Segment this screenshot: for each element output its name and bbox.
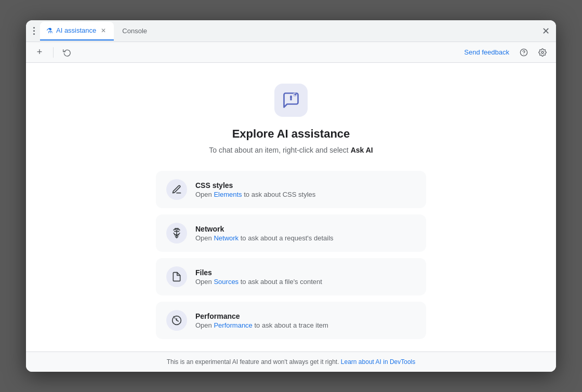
title-bar: ⚗ AI assistance ✕ Console ✕ <box>26 20 556 42</box>
history-button[interactable] <box>60 45 74 60</box>
settings-button[interactable] <box>535 45 550 60</box>
css-desc-prefix: Open <box>195 191 214 198</box>
feature-card-files[interactable]: Files Open Sources to ask about a file's… <box>156 258 426 295</box>
explore-subtitle: To chat about an item, right-click and s… <box>209 146 373 154</box>
footer-learn-link[interactable]: Learn about AI in DevTools <box>341 358 415 366</box>
svg-line-9 <box>177 320 178 321</box>
ai-icon-container <box>274 84 308 117</box>
tab-ai-assistance[interactable]: ⚗ AI assistance ✕ <box>40 22 114 40</box>
help-button[interactable] <box>517 45 531 60</box>
files-title: Files <box>195 268 416 277</box>
performance-content: Performance Open Performance to ask abou… <box>195 312 416 329</box>
subtitle-highlight: Ask AI <box>351 146 373 154</box>
tab-console-label: Console <box>122 27 147 35</box>
toolbar-divider-1 <box>53 47 54 58</box>
css-desc-suffix: to ask about CSS styles <box>242 191 316 198</box>
three-dot-menu[interactable] <box>30 23 38 39</box>
footer-text: This is an experimental AI feature and w… <box>167 358 341 366</box>
perf-desc-prefix: Open <box>195 321 214 329</box>
files-icon <box>166 266 187 287</box>
css-styles-icon <box>166 179 187 200</box>
tab-console[interactable]: Console <box>116 22 153 40</box>
perf-desc-suffix: to ask about a trace item <box>253 321 328 329</box>
feature-cards: CSS styles Open Elements to ask about CS… <box>156 171 426 339</box>
tab-ai-icon: ⚗ <box>46 26 53 35</box>
performance-desc: Open Performance to ask about a trace it… <box>195 321 416 329</box>
network-desc: Open Network to ask about a request's de… <box>195 234 416 242</box>
files-content: Files Open Sources to ask about a file's… <box>195 268 416 286</box>
window-close-button[interactable]: ✕ <box>540 23 552 39</box>
net-desc-suffix: to ask about a request's details <box>239 234 333 242</box>
feature-card-network[interactable]: Network Open Network to ask about a requ… <box>156 214 426 252</box>
svg-point-2 <box>541 51 544 53</box>
main-content: Explore AI assistance To chat about an i… <box>26 63 556 352</box>
toolbar: + Send feedback <box>26 42 556 63</box>
css-styles-content: CSS styles Open Elements to ask about CS… <box>195 181 416 198</box>
ai-chat-icon <box>282 91 300 110</box>
network-title: Network <box>195 225 416 233</box>
performance-title: Performance <box>195 312 416 320</box>
send-feedback-button[interactable]: Send feedback <box>461 46 512 58</box>
tab-ai-close[interactable]: ✕ <box>99 26 108 35</box>
network-icon <box>166 223 187 244</box>
files-desc: Open Sources to ask about a file's conte… <box>195 278 416 286</box>
devtools-window: ⚗ AI assistance ✕ Console ✕ + Send feedb… <box>26 20 556 372</box>
performance-icon <box>166 310 187 331</box>
network-content: Network Open Network to ask about a requ… <box>195 225 416 242</box>
sources-link[interactable]: Sources <box>214 278 239 286</box>
files-desc-suffix: to ask about a file's content <box>239 278 322 286</box>
add-panel-button[interactable]: + <box>32 45 47 60</box>
network-link[interactable]: Network <box>214 234 239 242</box>
net-desc-prefix: Open <box>195 234 214 242</box>
feature-card-css-styles[interactable]: CSS styles Open Elements to ask about CS… <box>156 171 426 208</box>
tab-ai-label: AI assistance <box>56 26 96 34</box>
performance-link[interactable]: Performance <box>214 321 252 329</box>
feature-card-performance[interactable]: Performance Open Performance to ask abou… <box>156 302 426 339</box>
css-styles-desc: Open Elements to ask about CSS styles <box>195 191 416 198</box>
explore-title: Explore AI assistance <box>232 127 350 141</box>
footer: This is an experimental AI feature and w… <box>26 352 556 372</box>
css-elements-link[interactable]: Elements <box>214 191 242 198</box>
subtitle-prefix: To chat about an item, right-click and s… <box>209 146 350 154</box>
files-desc-prefix: Open <box>195 278 214 286</box>
css-styles-title: CSS styles <box>195 181 416 190</box>
